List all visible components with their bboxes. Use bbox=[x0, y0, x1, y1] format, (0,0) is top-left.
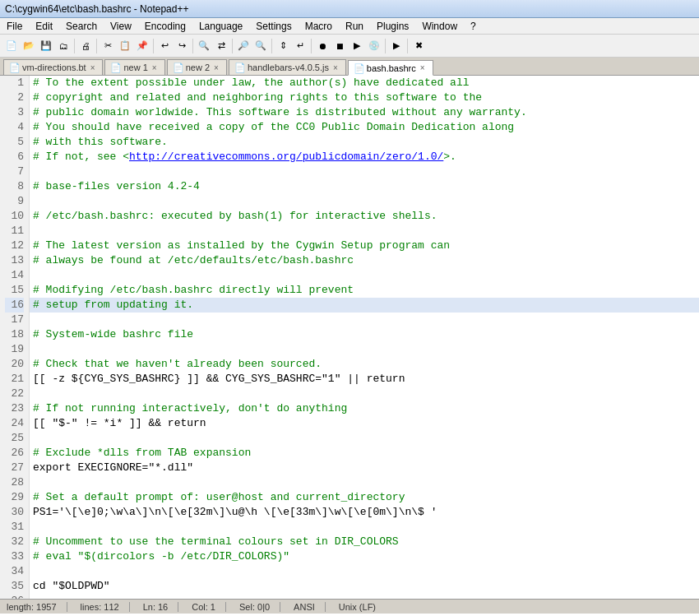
link-6[interactable]: http://creativecommons.org/publicdomain/… bbox=[129, 151, 443, 163]
menu-item-macro[interactable]: Macro bbox=[299, 19, 339, 34]
line-number-36: 36 bbox=[5, 594, 24, 599]
code-line-4: # You should have received a copy of the… bbox=[30, 120, 699, 135]
new-button[interactable]: 📄 bbox=[3, 38, 20, 54]
line-numbers: 1234567891011121314151617181920212223242… bbox=[0, 76, 30, 599]
tab-close-0[interactable]: × bbox=[90, 63, 96, 72]
tab-new-2[interactable]: 📄new 2× bbox=[167, 59, 227, 75]
code-text-5: # with this software. bbox=[33, 136, 168, 148]
line-number-14: 14 bbox=[5, 268, 24, 283]
line-number-5: 5 bbox=[5, 135, 24, 150]
line-number-19: 19 bbox=[5, 342, 24, 357]
code-text-24: [[ "$-" != *i* ]] && return bbox=[33, 417, 206, 429]
word-wrap-button[interactable]: ↵ bbox=[292, 38, 308, 54]
code-text-12: # The latest version as installed by the… bbox=[33, 239, 450, 252]
status-encoding: ANSI bbox=[294, 602, 326, 612]
macro-save-button[interactable]: 💿 bbox=[366, 38, 382, 54]
line-number-34: 34 bbox=[5, 564, 24, 579]
replace-button[interactable]: ⇄ bbox=[213, 38, 229, 54]
macro-stop-button[interactable]: ⏹ bbox=[331, 38, 348, 54]
code-text-21: [[ -z ${CYG_SYS_BASHRC} ]] && CYG_SYS_BA… bbox=[33, 373, 405, 385]
code-text-1: # To the extent possible under law, the … bbox=[33, 76, 470, 89]
zoom-in-button[interactable]: 🔎 bbox=[235, 38, 252, 54]
line-number-22: 22 bbox=[5, 387, 24, 401]
status-line-ending: Unix (LF) bbox=[339, 602, 376, 612]
status-sel: Sel: 0|0 bbox=[239, 602, 280, 612]
status-length: length: 1957 bbox=[7, 602, 67, 612]
menu-item-settings[interactable]: Settings bbox=[249, 19, 298, 34]
close-button[interactable]: ✖ bbox=[410, 38, 427, 54]
tab-bash.bashrc[interactable]: 📄bash.bashrc× bbox=[348, 60, 433, 76]
tab-vm-directions.bt[interactable]: 📄vm-directions.bt× bbox=[3, 59, 103, 75]
save-all-button[interactable]: 🗂 bbox=[55, 38, 72, 54]
code-line-6: # If not, see <http://creativecommons.or… bbox=[30, 150, 699, 164]
code-line-17 bbox=[30, 313, 699, 327]
status-col: Col: 1 bbox=[192, 602, 226, 612]
macro-play-button[interactable]: ▶ bbox=[349, 38, 365, 54]
comment-before-6: # If not, see < bbox=[33, 151, 129, 163]
line-number-28: 28 bbox=[5, 475, 24, 490]
macro-record-button[interactable]: ⏺ bbox=[314, 38, 331, 54]
code-line-34 bbox=[30, 564, 699, 579]
tab-label-4: bash.bashrc bbox=[367, 63, 416, 73]
redo-button[interactable]: ↪ bbox=[174, 38, 190, 54]
code-line-8: # base-files version 4.2-4 bbox=[30, 179, 699, 194]
code-text-10: # /etc/bash.bashrc: executed by bash(1) … bbox=[33, 210, 437, 222]
code-line-28 bbox=[30, 475, 699, 490]
tab-close-3[interactable]: × bbox=[332, 63, 339, 72]
code-text-2: # copyright and related and neighboring … bbox=[33, 91, 482, 104]
line-number-3: 3 bbox=[5, 105, 24, 120]
menu-item-language[interactable]: Language bbox=[192, 19, 249, 34]
open-button[interactable]: 📂 bbox=[21, 38, 37, 54]
menu-item-plugins[interactable]: Plugins bbox=[370, 19, 415, 34]
code-text-30: PS1='\[\e]0;\w\a\]\n\[\e[32m\]\u@\h \[\e… bbox=[33, 506, 437, 518]
cut-button[interactable]: ✂ bbox=[100, 38, 116, 54]
code-line-25 bbox=[30, 431, 699, 446]
menu-item-run[interactable]: Run bbox=[339, 19, 370, 34]
editor-content[interactable]: # To the extent possible under law, the … bbox=[30, 76, 699, 599]
code-text-27: export EXECIGNORE="*.dll" bbox=[33, 461, 193, 474]
code-line-29: # Set a default prompt of: user@host and… bbox=[30, 490, 699, 505]
line-number-32: 32 bbox=[5, 535, 24, 549]
undo-button[interactable]: ↩ bbox=[156, 38, 173, 54]
tab-icon-0: 📄 bbox=[9, 63, 19, 72]
code-text-15: # Modifying /etc/bash.bashrc directly wi… bbox=[33, 284, 354, 296]
menu-item-window[interactable]: Window bbox=[415, 19, 464, 34]
code-line-33: # eval "$(dircolors -b /etc/DIR_COLORS)" bbox=[30, 549, 699, 564]
menu-item-encoding[interactable]: Encoding bbox=[138, 19, 192, 34]
print-button[interactable]: 🖨 bbox=[77, 38, 94, 54]
code-line-11 bbox=[30, 224, 699, 239]
tab-close-2[interactable]: × bbox=[213, 63, 220, 72]
code-text-4: # You should have received a copy of the… bbox=[33, 121, 514, 133]
menu-item-search[interactable]: Search bbox=[59, 19, 104, 34]
find-button[interactable]: 🔍 bbox=[196, 38, 212, 54]
zoom-out-button[interactable]: 🔍 bbox=[252, 38, 269, 54]
line-number-13: 13 bbox=[5, 253, 24, 268]
run-button[interactable]: ▶ bbox=[388, 38, 405, 54]
menu-item-edit[interactable]: Edit bbox=[29, 19, 59, 34]
code-text-35: cd "$OLDPWD" bbox=[33, 580, 110, 592]
sync-scroll-button[interactable]: ⇕ bbox=[275, 38, 291, 54]
status-ln: Ln: 16 bbox=[143, 602, 179, 612]
paste-button[interactable]: 📌 bbox=[134, 38, 150, 54]
code-line-19 bbox=[30, 342, 699, 357]
line-number-4: 4 bbox=[5, 120, 24, 135]
tab-close-1[interactable]: × bbox=[151, 63, 158, 72]
line-number-17: 17 bbox=[5, 313, 24, 327]
toolbar-sep-3 bbox=[153, 39, 154, 53]
menu-item-?[interactable]: ? bbox=[464, 19, 483, 34]
menu-item-view[interactable]: View bbox=[104, 19, 138, 34]
tab-new-1[interactable]: 📄new 1× bbox=[104, 59, 164, 75]
tabs-bar: 📄vm-directions.bt×📄new 1×📄new 2×📄handleb… bbox=[0, 58, 699, 76]
tab-handlebars-v4.0.5.js[interactable]: 📄handlebars-v4.0.5.js× bbox=[229, 59, 346, 75]
tab-close-4[interactable]: × bbox=[419, 63, 426, 72]
code-text-3: # public domain worldwide. This software… bbox=[33, 106, 527, 118]
menu-item-file[interactable]: File bbox=[0, 19, 29, 34]
copy-button[interactable]: 📋 bbox=[117, 38, 133, 54]
code-text-8: # base-files version 4.2-4 bbox=[33, 180, 200, 192]
save-button[interactable]: 💾 bbox=[38, 38, 54, 54]
toolbar-sep-9 bbox=[407, 39, 408, 53]
line-number-10: 10 bbox=[5, 209, 24, 224]
line-number-31: 31 bbox=[5, 520, 24, 535]
tab-label-2: new 2 bbox=[186, 63, 210, 72]
tab-label-0: vm-directions.bt bbox=[22, 63, 86, 72]
